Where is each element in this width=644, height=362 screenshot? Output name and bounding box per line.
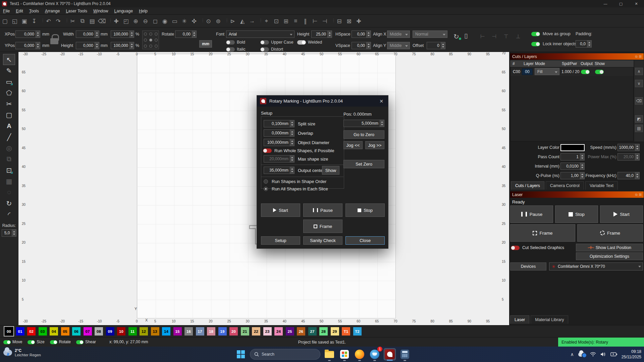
boolean-tool[interactable]: ⊡ <box>3 165 15 176</box>
spinner-arrows[interactable] <box>95 42 99 49</box>
copy-icon[interactable]: ⧉ <box>78 17 87 26</box>
menu-window[interactable]: Window <box>90 9 111 13</box>
layer-color-chip[interactable]: 00 <box>522 68 533 75</box>
menu-edit[interactable]: Edit <box>13 9 26 13</box>
laser-stop-button[interactable]: Stop <box>555 205 598 223</box>
vspace-field[interactable]: 0,00 <box>352 42 371 49</box>
laser-start-button[interactable]: Start <box>600 205 643 223</box>
file-explorer-button[interactable] <box>323 348 335 360</box>
close-button[interactable]: ✕ <box>629 0 644 7</box>
lock-aspect-icon[interactable] <box>50 34 58 44</box>
laser-undock-icon[interactable]: ⧉ <box>635 193 637 197</box>
store-button[interactable] <box>338 348 351 360</box>
offset-tool[interactable]: ◎ <box>3 142 15 154</box>
zoom-in-icon[interactable]: ⊕ <box>131 17 140 26</box>
goto-zero-button[interactable]: Go to Zero <box>343 130 384 139</box>
dialog-close-button[interactable]: Close <box>345 236 385 245</box>
spinner-arrows[interactable] <box>290 156 294 162</box>
menu-arrange[interactable]: Arrange <box>42 9 63 13</box>
machine-tools-icon[interactable]: ✜ <box>190 17 199 26</box>
sanity-check-button[interactable]: Sanity Check <box>303 236 342 245</box>
move-as-group-toggle[interactable] <box>531 32 540 36</box>
spinner-arrows[interactable] <box>580 172 584 179</box>
tab-variable-text[interactable]: Variable Text <box>585 181 618 190</box>
corner-radius-tool[interactable]: ◜ <box>3 209 15 220</box>
uppercase-toggle[interactable] <box>260 40 269 45</box>
jog-distance-field[interactable]: 5,000mm <box>343 120 384 127</box>
power-max-field[interactable]: 20,00 <box>618 153 640 161</box>
object-diameter-field[interactable]: 100,000mm <box>264 139 294 146</box>
bold-toggle[interactable] <box>226 40 235 45</box>
layer-paste-button[interactable]: ▤ <box>635 125 643 132</box>
cuts-layers-header[interactable]: Cuts / Layers ⧉⊠ <box>510 53 644 60</box>
panel-close-icon[interactable]: ⊠ <box>639 55 642 59</box>
laser-frame-square-button[interactable]: Frame <box>510 224 575 242</box>
spinner-arrows[interactable] <box>366 42 371 49</box>
palette-swatch-09[interactable]: 09 <box>106 327 114 336</box>
menu-help[interactable]: Help <box>136 9 151 13</box>
palette-swatch-13[interactable]: 13 <box>151 327 159 336</box>
grid-array-tool[interactable]: ▦ <box>3 176 15 187</box>
laser-header[interactable]: Laser ⧉⊠ <box>510 191 644 198</box>
spinner-arrows[interactable] <box>366 31 371 38</box>
tab-camera-control[interactable]: Camera Control <box>546 181 584 190</box>
taskbar-search[interactable]: Search <box>250 349 320 360</box>
spinner-arrows[interactable] <box>290 120 294 127</box>
new-file-icon[interactable]: ▢ <box>0 17 9 26</box>
width-field[interactable]: 0,000 <box>76 31 99 38</box>
radio-each-slice[interactable] <box>264 187 268 191</box>
send-icon[interactable]: → <box>248 17 257 26</box>
radius-field[interactable]: 5,0 <box>2 229 16 237</box>
spinner-arrows[interactable] <box>635 172 639 179</box>
firefox-button[interactable] <box>354 348 366 360</box>
alignx-dropdown[interactable]: Middle <box>387 31 410 38</box>
dialog-stop-button[interactable]: Stop <box>345 203 385 217</box>
palette-swatch-08[interactable]: 08 <box>95 327 103 336</box>
tray-expand-icon[interactable]: ∧ <box>571 352 574 357</box>
dialog-close-icon[interactable]: ✕ <box>375 99 388 104</box>
dialog-setup-button[interactable]: Setup <box>261 236 300 245</box>
distribute-right-icon[interactable]: ⊣ <box>492 33 496 40</box>
layer-row[interactable]: C00 00 Fill 1.000 / 20 <box>511 67 633 76</box>
palette-swatch-23[interactable]: 23 <box>263 327 272 336</box>
user-icon[interactable]: ⊚ <box>214 17 223 26</box>
speed-field[interactable]: 1000,00 <box>618 144 640 151</box>
volume-icon[interactable] <box>600 352 606 357</box>
laser-frame-circle-button[interactable]: Frame <box>577 224 643 242</box>
palette-swatch-11[interactable]: 11 <box>128 327 137 336</box>
layer-palette-button[interactable]: ◩ <box>635 115 643 123</box>
device-dropdown[interactable]: ✳ ComMarker Omni X 70*70 <box>549 262 643 270</box>
palette-swatch-06[interactable]: 06 <box>72 327 80 336</box>
taskbar-clock[interactable]: 09:18 25/11/2025 <box>622 349 641 360</box>
ungroup-icon[interactable]: ⊞ <box>281 17 290 26</box>
add-icon[interactable]: ✚ <box>354 17 363 26</box>
output-center-field[interactable]: 35,000mm <box>264 167 294 174</box>
pan-icon[interactable]: ✚ <box>112 17 121 26</box>
frame-tool[interactable]: ▢ <box>3 109 15 120</box>
align-v-icon[interactable]: ∥ <box>301 17 310 26</box>
dialog-frame-button[interactable]: Frame <box>303 220 342 233</box>
spinner-arrows[interactable] <box>441 42 445 49</box>
palette-swatch-T2[interactable]: T2 <box>353 327 362 336</box>
spinner-arrows[interactable] <box>192 31 196 38</box>
palette-swatch-22[interactable]: 22 <box>252 327 260 336</box>
open-file-icon[interactable]: ◱ <box>10 17 19 26</box>
minimize-button[interactable]: — <box>598 0 613 7</box>
zoom-page-icon[interactable]: ◰ <box>121 17 130 26</box>
anchor-point-selector[interactable] <box>142 31 159 49</box>
set-zero-button[interactable]: Set Zero <box>343 160 384 168</box>
width-percent-field[interactable]: 100,000 <box>111 31 134 38</box>
undock-icon[interactable]: ⧉ <box>635 55 637 59</box>
lock-inner-toggle[interactable] <box>531 42 540 46</box>
laser-pause-button[interactable]: Pause <box>510 205 553 223</box>
spinner-arrows[interactable] <box>36 42 40 49</box>
tab-material-library[interactable]: Material Library <box>531 315 568 324</box>
camera-icon[interactable]: ◉ <box>160 17 169 26</box>
menu-file[interactable]: File <box>0 9 13 13</box>
group-icon[interactable]: ⊡ <box>272 17 281 26</box>
qpulse-field[interactable]: 1,00 <box>560 172 585 179</box>
show-last-position-button[interactable]: -✛-Show Last Position <box>576 244 643 251</box>
spinner-arrows[interactable] <box>587 41 591 47</box>
palette-swatch-19[interactable]: 19 <box>218 327 227 336</box>
palette-swatch-12[interactable]: 12 <box>140 327 148 336</box>
